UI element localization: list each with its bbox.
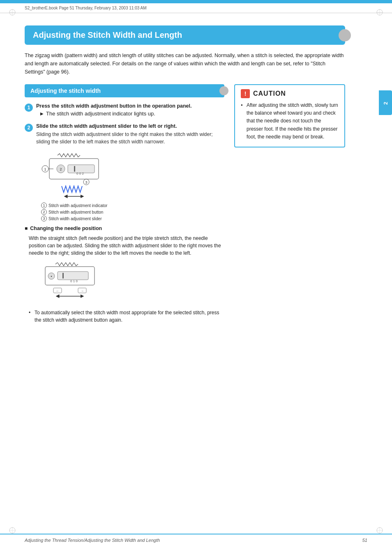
step-1: 1 Press the stitch width adjustment butt… xyxy=(25,103,224,118)
svg-text:0 1 0: 0 1 0 xyxy=(70,279,78,283)
diag-label-2-text: Stitch width adjustment button xyxy=(48,210,103,214)
step-1-indicator-text: The stitch width adjustment indicator li… xyxy=(46,111,155,117)
diag-label-3-text: Stitch width adjustment slider xyxy=(48,216,102,221)
svg-text:←: ← xyxy=(56,289,59,293)
footer-page-num: 51 xyxy=(362,538,367,543)
col-left: Adjusting the stitch width 1 Press the s… xyxy=(25,84,224,324)
section-title-banner: Adjusting the Stitch Width and Length xyxy=(25,25,345,45)
svg-text:0 0 2: 0 0 2 xyxy=(76,172,84,175)
bullet-note: To automatically select the stitch width… xyxy=(29,309,224,324)
caution-body-text: After adjusting the stitch width, slowly… xyxy=(241,101,339,141)
svg-text:2: 2 xyxy=(60,167,62,171)
svg-rect-27 xyxy=(58,272,88,280)
step-2: 2 Slide the stitch width adjustment slid… xyxy=(25,123,224,145)
corner-mark-br xyxy=(376,526,384,534)
top-bar xyxy=(0,0,392,3)
diag-label-1: 1 Stitch width adjustment indicator xyxy=(41,203,224,208)
diagram-1-svg: 1 2 0 0 2 3 xyxy=(33,151,115,200)
diag-label-2: 2 Stitch width adjustment button xyxy=(41,209,224,215)
diag-label-1-text: Stitch width adjustment indicator xyxy=(48,203,107,208)
footer-left-text: Adjusting the Thread Tension/Adjusting t… xyxy=(25,538,160,543)
step-2-title: Slide the stitch width adjustment slider… xyxy=(36,123,224,129)
chapter-tab: 2 xyxy=(379,90,392,115)
corner-mark-tl xyxy=(8,8,16,16)
step-1-title: Press the stitch width adjustment button… xyxy=(36,103,224,109)
caution-title: CAUTION xyxy=(253,90,286,97)
svg-rect-28 xyxy=(62,273,64,279)
step-1-num: 1 xyxy=(25,104,33,112)
caution-icon-symbol: ! xyxy=(244,90,247,97)
section-title-text: Adjusting the Stitch Width and Length xyxy=(33,30,182,40)
diagram-1-area: 1 2 0 0 2 3 xyxy=(33,151,224,221)
caution-body: After adjusting the stitch width, slowly… xyxy=(241,101,339,141)
corner-mark-tr xyxy=(376,8,384,16)
caution-box: ! CAUTION After adjusting the stitch wid… xyxy=(234,84,345,147)
svg-text:1: 1 xyxy=(44,167,46,171)
diag-num-3: 3 xyxy=(41,216,47,221)
diagram-2-svg: • 0 1 0 ← → xyxy=(33,263,107,304)
intro-paragraph: The zigzag width (pattern width) and sti… xyxy=(25,51,345,76)
svg-rect-19 xyxy=(74,166,75,172)
two-column-layout: Adjusting the stitch width 1 Press the s… xyxy=(25,84,345,324)
step-2-num: 2 xyxy=(25,124,33,132)
sub-section-title-text: Adjusting the stitch width xyxy=(30,88,101,94)
step-1-content: Press the stitch width adjustment button… xyxy=(36,103,224,118)
svg-text:3: 3 xyxy=(85,180,87,184)
diag-label-3: 3 Stitch width adjustment slider xyxy=(41,216,224,221)
header-file-info: S2_brotherE.book Page 51 Thursday, Febru… xyxy=(0,3,392,13)
caution-icon: ! xyxy=(241,89,250,98)
corner-mark-bl xyxy=(8,526,16,534)
changing-needle-heading: Changing the needle position xyxy=(25,226,224,231)
page-footer: Adjusting the Thread Tension/Adjusting t… xyxy=(0,534,392,543)
step-2-body: Sliding the stitch width adjustment slid… xyxy=(36,131,224,145)
page: S2_brotherE.book Page 51 Thursday, Febru… xyxy=(0,0,392,555)
col-right: ! CAUTION After adjusting the stitch wid… xyxy=(234,84,345,324)
diagram-2-area: • 0 1 0 ← → xyxy=(33,263,224,305)
step-1-indicator: The stitch width adjustment indicator li… xyxy=(36,111,224,117)
diag-num-1: 1 xyxy=(41,203,47,208)
main-content: Adjusting the Stitch Width and Length Th… xyxy=(0,13,370,336)
svg-text:•: • xyxy=(51,274,52,279)
changing-needle-body: With the straight stitch (left needle po… xyxy=(29,235,224,257)
diag-num-2: 2 xyxy=(41,209,47,215)
sub-section-title: Adjusting the stitch width xyxy=(25,84,224,97)
caution-header: ! CAUTION xyxy=(241,89,339,98)
svg-text:→: → xyxy=(81,289,84,293)
step-2-content: Slide the stitch width adjustment slider… xyxy=(36,123,224,145)
